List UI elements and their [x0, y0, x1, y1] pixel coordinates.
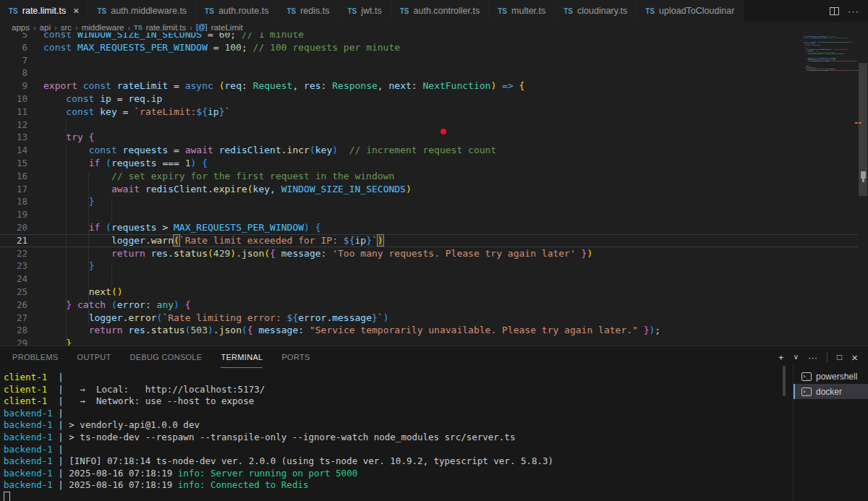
terminal-token: backend-1 — [4, 444, 53, 455]
terminal-line: backend-1 | — [4, 444, 553, 456]
more-actions-icon[interactable]: ··· — [848, 6, 859, 17]
code-token: ( — [247, 184, 253, 194]
code-line: 19 — [0, 208, 868, 221]
breadcrumb-item-middleware[interactable]: middleware — [82, 23, 124, 32]
code-token: ; — [242, 42, 253, 53]
terminal-icon: >_ — [801, 387, 812, 396]
minimap-content: const WINDOW_SIZE_IN_SECONDS = 60; // 1 … — [801, 35, 858, 72]
code-token: ( — [100, 222, 111, 233]
tab-rate.limit.ts[interactable]: TSrate.limit.ts× — [0, 0, 88, 22]
breadcrumb-item-symbol[interactable]: rateLimit — [211, 23, 243, 32]
panel-tab-problems[interactable]: PROBLEMS — [12, 346, 59, 368]
code-token: error — [117, 299, 145, 310]
breadcrumb-item-file[interactable]: rate.limit.ts — [146, 23, 187, 32]
line-number: 26 — [0, 299, 27, 312]
close-icon[interactable]: × — [73, 6, 79, 16]
tab-label: uploadToCloudinar — [659, 6, 734, 16]
code-token: logger — [111, 235, 145, 246]
terminal-instance-docker[interactable]: >_docker — [793, 384, 868, 399]
code-token: : — [321, 248, 333, 259]
code-line: 6const MAX_REQUESTS_PER_WINDOW = 100; //… — [0, 41, 868, 54]
code-line-text: try { — [27, 131, 94, 144]
code-token — [43, 184, 111, 194]
code-token: : — [145, 299, 157, 310]
code-token: . — [281, 145, 287, 155]
terminal-token: | — [53, 444, 64, 455]
panel-tab-output[interactable]: OUTPUT — [77, 346, 111, 368]
code-token: req — [225, 80, 242, 91]
code-token: 'Too many requests. Please try again lat… — [332, 248, 576, 259]
terminal-output[interactable]: client-1 |client-1 | → Local: http://loc… — [4, 372, 553, 492]
code-token: ${ — [344, 235, 355, 246]
code-token: WINDOW_SIZE_IN_SECONDS — [72, 33, 202, 40]
terminal-more-actions-icon[interactable]: ··· — [808, 353, 817, 362]
panel-tab-terminal[interactable]: TERMINAL — [221, 346, 263, 368]
typescript-icon: TS — [286, 7, 296, 15]
tab-auth.route.ts[interactable]: TSauth.route.ts — [196, 0, 278, 22]
code-token: { — [310, 222, 321, 233]
code-line: 24 — [0, 273, 868, 286]
tab-auth.middleware.ts[interactable]: TSauth.middleware.ts — [88, 0, 196, 22]
code-line-text: } catch (error: any) { — [27, 299, 191, 312]
code-line-text: const MAX_REQUESTS_PER_WINDOW = 100; // … — [801, 37, 848, 38]
panel-tab-debug-console[interactable]: DEBUG CONSOLE — [130, 346, 203, 368]
code-token: await — [185, 145, 213, 155]
tab-cloudinary.ts[interactable]: TScloudinary.ts — [555, 0, 637, 22]
breadcrumb-chevron-icon: › — [75, 23, 78, 32]
breadcrumb-item-src[interactable]: src — [61, 23, 72, 32]
code-line-text: } — [801, 71, 805, 72]
line-number: 14 — [0, 144, 27, 157]
tab-redis.ts[interactable]: TSredis.ts — [278, 0, 339, 22]
code-token: } — [66, 338, 72, 346]
line-number: 15 — [0, 157, 27, 170]
typescript-icon: TS — [205, 7, 214, 15]
code-token: ( — [264, 248, 270, 259]
code-token: ( — [174, 235, 179, 246]
code-line: 22 return res.status(429).json({ message… — [0, 247, 868, 260]
editor-scrollbar-handle[interactable] — [861, 171, 866, 179]
typescript-icon: TS — [347, 7, 357, 15]
typescript-icon: TS — [645, 7, 655, 15]
code-token: res — [145, 248, 168, 259]
editor-scrollbar[interactable] — [858, 33, 868, 346]
maximize-panel-icon[interactable]: □ — [837, 353, 842, 361]
terminal-instance-powershell[interactable]: >_powershell — [793, 369, 868, 384]
code-token: await — [111, 184, 140, 194]
code-token: ; — [655, 325, 660, 335]
split-editor-icon[interactable] — [830, 7, 839, 15]
code-token: . — [145, 93, 151, 104]
code-line-text: } — [27, 337, 72, 346]
breadcrumb[interactable]: apps›api›src›middleware›TSrate.limit.ts›… — [0, 22, 868, 33]
typescript-icon: TS — [134, 24, 142, 31]
code-token: redisClient — [820, 48, 826, 50]
terminal-token — [205, 479, 210, 490]
tab-label: jwt.ts — [361, 6, 381, 16]
code-token: "Service temporarily unavailable. Please… — [310, 325, 638, 335]
terminal-line: backend-1 | [INFO] 07:18:14 ts-node-dev … — [4, 455, 553, 468]
tab-bar-actions: ··· — [821, 0, 868, 22]
new-terminal-icon[interactable]: + — [778, 353, 784, 362]
tab-jwt.ts[interactable]: TSjwt.ts — [339, 0, 391, 22]
terminal-token: client-1 — [4, 384, 47, 395]
terminal-cursor — [4, 492, 10, 501]
tab-auth.controller.ts[interactable]: TSauth.controller.ts — [391, 0, 490, 22]
launch-profile-chevron-icon[interactable]: ∨ — [793, 354, 799, 361]
code-editor[interactable]: 5const WINDOW_SIZE_IN_SECONDS = 60; // 1… — [0, 33, 868, 346]
tab-multer.ts[interactable]: TSmulter.ts — [489, 0, 555, 22]
breadcrumb-item-api[interactable]: api — [40, 23, 51, 32]
close-panel-icon[interactable]: × — [851, 352, 858, 363]
tab-uploadToCloudinar[interactable]: TSuploadToCloudinar — [637, 0, 744, 22]
code-token: const — [66, 93, 94, 104]
terminal-token: | > vendorly-api@1.0.0 dev — [53, 419, 200, 430]
panel-tab-ports[interactable]: PORTS — [281, 346, 310, 368]
code-token: const — [89, 145, 117, 155]
line-number: 9 — [0, 80, 27, 93]
code-token: , — [292, 80, 304, 91]
breadcrumb-item-apps[interactable]: apps — [12, 23, 30, 32]
code-line: 7 — [0, 54, 868, 67]
minimap[interactable]: const WINDOW_SIZE_IN_SECONDS = 60; // 1 … — [801, 35, 858, 122]
code-token: key — [315, 145, 332, 155]
code-token: error — [298, 312, 326, 323]
code-token: { — [83, 132, 95, 142]
terminal-list-scrollbar[interactable] — [783, 366, 786, 396]
